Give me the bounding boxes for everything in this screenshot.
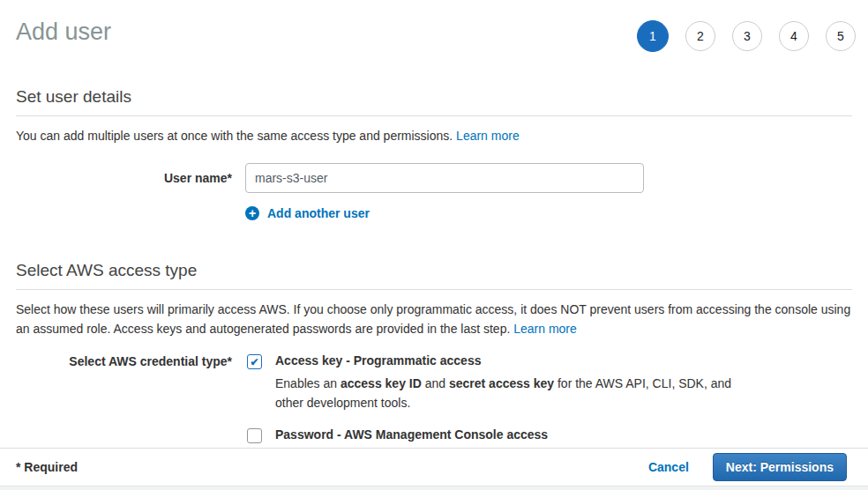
step-indicator-2: 2 [685,21,715,51]
cancel-button[interactable]: Cancel [648,460,689,474]
access-type-intro: Select how these users will primarily ac… [16,300,852,338]
option-access-key: Access key - Programmatic access Enables… [247,353,756,412]
next-permissions-button[interactable]: Next: Permissions [713,453,847,481]
desc-text-bold: access key ID [340,376,422,390]
password-option-title: Password - AWS Management Console access [275,427,733,442]
page-header: Add user 1 2 3 4 5 [0,0,868,52]
desc-text-bold: secret access key [449,376,554,390]
username-input[interactable] [245,163,644,193]
bottom-divider [0,486,868,490]
access-key-option-title: Access key - Programmatic access [275,353,756,368]
step-indicator-5: 5 [826,21,856,51]
required-note: * Required [16,460,78,474]
learn-more-link-access-type[interactable]: Learn more [513,322,577,336]
access-key-checkbox[interactable] [247,354,262,369]
section-heading-access-type: Select AWS access type [16,261,852,290]
username-label: User name* [16,163,232,193]
plus-circle-icon: + [245,206,259,220]
access-key-option-body: Access key - Programmatic access Enables… [275,353,756,412]
add-another-user-label: Add another user [267,206,370,220]
add-another-user-link[interactable]: + Add another user [245,206,852,220]
learn-more-link-user-details[interactable]: Learn more [456,129,520,143]
page-title: Add user [16,18,111,46]
step-indicator-4: 4 [779,21,809,51]
username-field-wrap [245,163,644,193]
section-heading-user-details: Set user details [16,87,852,116]
user-details-intro: You can add multiple users at once with … [16,126,852,145]
access-type-intro-text: Select how these users will primarily ac… [16,302,850,336]
main-content: Set user details You can add multiple us… [0,87,868,467]
wizard-progress-steps: 1 2 3 4 5 [637,20,856,52]
access-key-option-desc: Enables an access key ID and secret acce… [275,374,756,412]
desc-text: and [422,376,449,390]
wizard-footer: * Required Cancel Next: Permissions [0,448,868,486]
password-checkbox[interactable] [247,428,262,443]
step-indicator-3: 3 [732,21,762,51]
step-indicator-1: 1 [637,20,669,52]
user-details-intro-text: You can add multiple users at once with … [16,129,453,143]
footer-actions: Cancel Next: Permissions [648,453,847,481]
desc-text: Enables an [275,376,340,390]
username-row: User name* [16,163,852,193]
